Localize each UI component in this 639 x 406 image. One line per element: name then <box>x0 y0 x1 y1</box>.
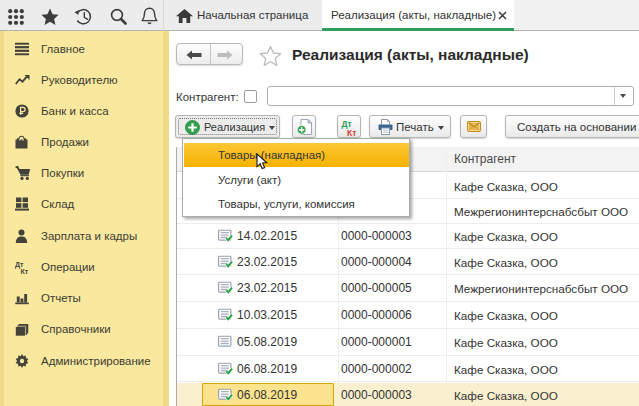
svg-text:Кт: Кт <box>347 128 356 137</box>
svg-text:Кт: Кт <box>21 268 29 274</box>
